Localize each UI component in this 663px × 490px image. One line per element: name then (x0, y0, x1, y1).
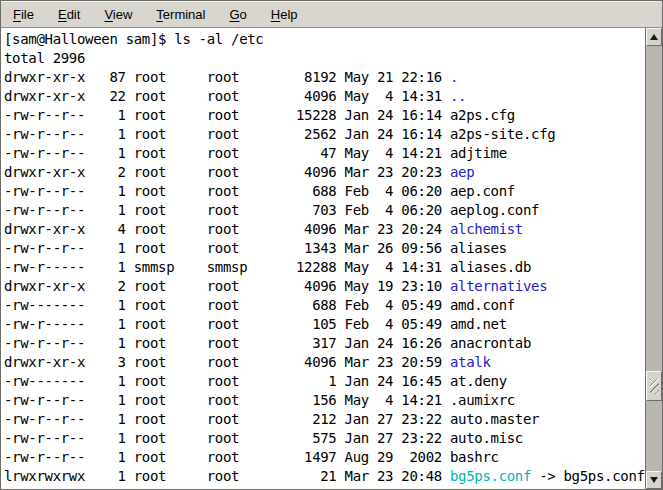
file-name: .. (450, 88, 466, 104)
file-entry-line: -rw-r--r-- 1 root root 212 Jan 27 23:22 … (4, 410, 645, 429)
terminal-window: FileEditViewTerminalGoHelp [sam@Hallowee… (0, 0, 663, 490)
file-name: bg5ps.conf (450, 468, 531, 484)
file-entry-line: drwxr-xr-x 3 root root 4096 Mar 23 20:59… (4, 353, 645, 372)
prompt-line: [sam@Halloween sam]$ ls -al /etc (4, 30, 645, 49)
file-entry-line: -rw-r--r-- 1 root root 317 Jan 24 16:26 … (4, 334, 645, 353)
file-entry-line: lrwxrwxrwx 1 root root 21 Mar 23 20:48 b… (4, 467, 645, 486)
file-name: atalk (450, 354, 491, 370)
file-name: alchemist (450, 221, 523, 237)
file-name: aliases.db (450, 259, 531, 275)
file-name: aliases (450, 240, 507, 256)
menu-bar: FileEditViewTerminalGoHelp (1, 1, 662, 28)
arrow-up-icon (650, 34, 658, 40)
file-entry-line: -rw-r--r-- 1 root root 1343 Mar 26 09:56… (4, 239, 645, 258)
file-name: amd.net (450, 316, 507, 332)
scroll-up-button[interactable] (646, 28, 662, 46)
file-name: auto.misc (450, 430, 523, 446)
file-entry-line: -rw-r--r-- 1 root root 703 Feb 4 06:20 a… (4, 201, 645, 220)
menu-item-help[interactable]: Help (259, 2, 310, 27)
file-name: at.deny (450, 373, 507, 389)
file-entry-line: -rw------- 1 root root 1 Jan 24 16:45 at… (4, 372, 645, 391)
scroll-down-button[interactable] (646, 471, 662, 489)
menu-item-edit[interactable]: Edit (46, 2, 92, 27)
menu-item-go[interactable]: Go (217, 2, 258, 27)
file-entry-line: -rw-r--r-- 1 root root 1497 Aug 29 2002 … (4, 448, 645, 467)
file-entry-line: -rw-r----- 1 root root 105 Feb 4 05:49 a… (4, 315, 645, 334)
file-entry-line: drwxr-xr-x 2 root root 4096 Mar 23 20:23… (4, 163, 645, 182)
file-entry-line: drwxr-xr-x 87 root root 8192 May 21 22:1… (4, 68, 645, 87)
file-name: aeplog.conf (450, 202, 539, 218)
arrow-down-icon (650, 477, 658, 483)
file-name: aep.conf (450, 183, 515, 199)
menu-item-view[interactable]: View (92, 2, 144, 27)
scrollbar-grip-icon (650, 379, 659, 394)
terminal-content: [sam@Halloween sam]$ ls -al /etctotal 29… (1, 28, 662, 489)
scrollbar (645, 28, 662, 489)
file-entry-line: -rw-r--r-- 1 root root 688 Feb 4 06:20 a… (4, 182, 645, 201)
file-name: .aumixrc (450, 392, 515, 408)
menu-item-terminal[interactable]: Terminal (144, 2, 217, 27)
menu-item-file[interactable]: File (1, 2, 46, 27)
file-name: bashrc (450, 449, 499, 465)
file-entry-line: -rw-r--r-- 1 root root 2562 Jan 24 16:14… (4, 125, 645, 144)
file-name: anacrontab (450, 335, 531, 351)
file-entry-line: drwxr-xr-x 4 root root 4096 Mar 23 20:24… (4, 220, 645, 239)
file-entry-line: -rw-r--r-- 1 root root 15228 Jan 24 16:1… (4, 106, 645, 125)
file-entry-line: -rw-r--r-- 1 root root 47 May 4 14:21 ad… (4, 144, 645, 163)
total-line: total 2996 (4, 49, 645, 68)
file-entry-line: drwxr-xr-x 22 root root 4096 May 4 14:31… (4, 87, 645, 106)
file-entry-line: drwxr-xr-x 2 root root 4096 May 19 23:10… (4, 277, 645, 296)
file-name: a2ps.cfg (450, 107, 515, 123)
file-entry-line: -rw------- 1 root root 688 Feb 4 05:49 a… (4, 296, 645, 315)
scrollbar-thumb[interactable] (646, 371, 662, 401)
terminal-output[interactable]: [sam@Halloween sam]$ ls -al /etctotal 29… (1, 28, 645, 489)
file-name: amd.conf (450, 297, 515, 313)
file-entry-line: -rw-r--r-- 1 root root 156 May 4 14:21 .… (4, 391, 645, 410)
file-name: . (450, 69, 458, 85)
file-entry-line: -rw-r--r-- 1 root root 575 Jan 27 23:22 … (4, 429, 645, 448)
file-name: aep (450, 164, 474, 180)
file-name: auto.master (450, 411, 539, 427)
file-name: alternatives (450, 278, 547, 294)
file-name: adjtime (450, 145, 507, 161)
file-name: a2ps-site.cfg (450, 126, 555, 142)
file-entry-line: -rw-r----- 1 smmsp smmsp 12288 May 4 14:… (4, 258, 645, 277)
